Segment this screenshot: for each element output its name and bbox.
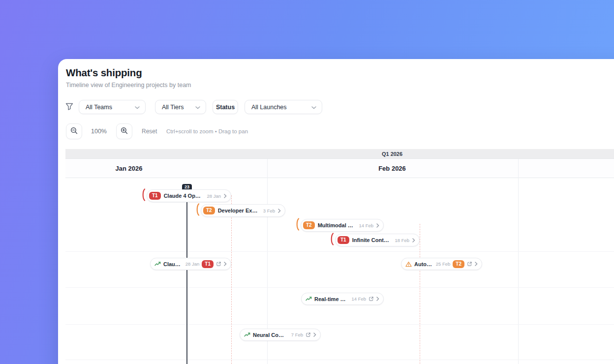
project-title: Developer Experie... xyxy=(218,208,260,213)
row-gridline xyxy=(65,287,614,288)
reset-zoom-button[interactable]: Reset xyxy=(142,128,157,135)
quarter-label: Q1 2026 xyxy=(382,151,402,157)
month-gridline xyxy=(518,159,519,364)
trending-up-icon xyxy=(244,332,250,337)
launch-title: Real-time Multi... xyxy=(314,296,349,302)
trending-up-icon xyxy=(154,261,161,267)
chevron-right-icon xyxy=(278,209,281,213)
external-link-icon[interactable] xyxy=(306,332,311,337)
project-start-bracket-icon xyxy=(141,188,146,203)
project-title: Claude 4 Opus + ... xyxy=(164,193,204,199)
launches-filter-dropdown[interactable]: All Launches xyxy=(245,100,322,114)
project-title: Infinite Context + ... xyxy=(352,237,392,243)
zoom-pan-hint: Ctrl+scroll to zoom • Drag to pan xyxy=(166,128,248,134)
page-subtitle: Timeline view of Engineering projects by… xyxy=(66,82,191,89)
today-line xyxy=(186,190,187,364)
launch-pill[interactable]: Real-time Multi... 14 Feb xyxy=(301,293,384,305)
tier-badge: T1 xyxy=(202,260,214,268)
chevron-right-icon xyxy=(412,238,415,243)
launch-pill[interactable]: Autonomo... 25 Feb T2 xyxy=(401,258,482,270)
magnifier-plus-icon xyxy=(121,127,128,136)
row-gridline xyxy=(65,251,614,252)
tier-badge: T2 xyxy=(453,260,464,268)
funnel-icon xyxy=(65,103,73,112)
external-link-icon[interactable] xyxy=(467,261,472,267)
chevron-down-icon xyxy=(311,104,316,111)
chevron-down-icon xyxy=(195,104,200,111)
project-bar[interactable]: T2 Multimodal Real-t... 14 Feb xyxy=(295,219,384,232)
milestone-dashed-line xyxy=(231,195,232,364)
milestone-dashed-line xyxy=(420,224,420,364)
chevron-right-icon xyxy=(224,262,227,266)
launches-filter-value: All Launches xyxy=(251,104,287,111)
month-header-row: Jan 2026 Feb 2026 xyxy=(65,159,614,178)
chevron-right-icon xyxy=(376,223,379,228)
launch-date: 14 Feb xyxy=(351,296,366,302)
tiers-filter-value: All Tiers xyxy=(162,104,184,111)
project-start-bracket-icon xyxy=(330,233,334,247)
tier-badge: T1 xyxy=(338,236,349,244)
project-bar[interactable]: T1 Claude 4 Opus + ... 28 Jan xyxy=(141,189,231,202)
project-bar[interactable]: T1 Infinite Context + ... 18 Feb xyxy=(330,234,420,246)
timeline-canvas[interactable]: Q1 2026 Jan 2026 Feb 2026 23 T1 Claude 4… xyxy=(65,149,614,364)
page-title: What's shipping xyxy=(66,67,142,79)
zoom-out-button[interactable] xyxy=(66,123,82,139)
project-date: 3 Feb xyxy=(263,208,275,213)
whats-shipping-card: What's shipping Timeline view of Enginee… xyxy=(58,59,614,364)
quarter-header-bar: Q1 2026 xyxy=(65,149,614,159)
project-start-bracket-icon xyxy=(195,203,200,218)
chevron-right-icon xyxy=(475,262,478,266)
tier-badge: T2 xyxy=(303,221,315,229)
row-gridline xyxy=(65,360,614,360)
external-link-icon[interactable] xyxy=(216,261,221,267)
teams-filter-dropdown[interactable]: All Teams xyxy=(79,100,146,114)
warning-triangle-icon xyxy=(405,261,412,267)
zoom-in-button[interactable] xyxy=(116,123,132,139)
chevron-right-icon xyxy=(376,297,379,301)
launch-pill[interactable]: Claude 4 ... 28 Jan T1 xyxy=(150,258,231,270)
launch-date: 7 Feb xyxy=(291,332,303,337)
status-filter-button[interactable]: Status xyxy=(213,100,238,114)
launch-title: Neural Computer... xyxy=(253,332,289,338)
project-date: 28 Jan xyxy=(207,193,221,199)
external-link-icon[interactable] xyxy=(368,296,374,302)
magnifier-minus-icon xyxy=(70,127,78,136)
month-label-jan: Jan 2026 xyxy=(116,165,143,172)
project-bar[interactable]: T2 Developer Experie... 3 Feb xyxy=(195,204,285,217)
launch-pill[interactable]: Neural Computer... 7 Feb xyxy=(240,329,321,341)
teams-filter-value: All Teams xyxy=(86,104,112,111)
chevron-down-icon xyxy=(135,104,140,111)
tiers-filter-dropdown[interactable]: All Tiers xyxy=(155,100,206,114)
zoom-level-value: 100% xyxy=(87,128,111,135)
tier-badge: T2 xyxy=(203,207,215,214)
launch-title: Autonomo... xyxy=(414,261,433,267)
row-gridline xyxy=(65,324,614,325)
project-start-bracket-icon xyxy=(295,218,300,233)
project-date: 14 Feb xyxy=(359,223,373,228)
status-filter-label: Status xyxy=(216,104,235,111)
chevron-right-icon xyxy=(313,333,316,337)
trending-up-icon xyxy=(306,296,312,302)
launch-date: 28 Jan xyxy=(185,261,200,267)
chevron-right-icon xyxy=(224,194,227,198)
month-label-feb: Feb 2026 xyxy=(378,165,406,172)
project-title: Multimodal Real-t... xyxy=(318,222,356,228)
project-date: 18 Feb xyxy=(395,238,409,243)
launch-title: Claude 4 ... xyxy=(163,261,183,267)
tier-badge: T1 xyxy=(149,192,161,200)
launch-date: 25 Feb xyxy=(436,261,451,267)
